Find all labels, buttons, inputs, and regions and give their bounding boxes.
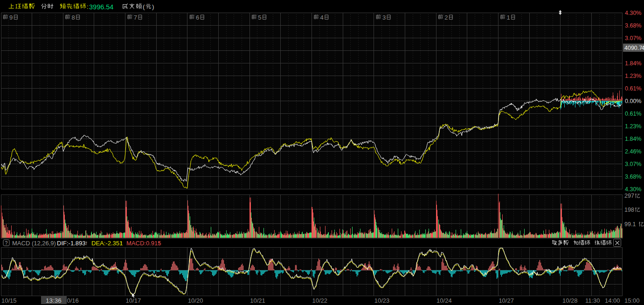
svg-text:11:30: 11:30 <box>585 297 600 304</box>
svg-text:15:00: 15:00 <box>624 297 640 304</box>
svg-text:2.46%: 2.46% <box>625 148 641 155</box>
svg-text:↑: ↑ <box>120 239 123 246</box>
svg-text:10/22: 10/22 <box>312 297 328 304</box>
svg-text:9: 9 <box>9 14 13 21</box>
svg-text:1.84%: 1.84% <box>625 136 641 142</box>
svg-text:4: 4 <box>320 14 324 21</box>
svg-text:3.07%: 3.07% <box>625 35 641 42</box>
svg-text:1.23%: 1.23% <box>625 73 641 79</box>
svg-text:3996.54: 3996.54 <box>89 3 113 11</box>
svg-text:4090.7: 4090.7 <box>624 45 642 51</box>
svg-text:10/20: 10/20 <box>188 297 203 304</box>
svg-text:MACD (12,26,9): MACD (12,26,9) <box>12 240 56 247</box>
svg-text:?: ? <box>5 240 8 246</box>
svg-text:10/21: 10/21 <box>250 297 265 304</box>
svg-text:3.07%: 3.07% <box>625 161 641 167</box>
svg-text:2: 2 <box>444 14 448 21</box>
svg-text:297: 297 <box>624 193 634 199</box>
svg-text:↑: ↑ <box>85 239 88 246</box>
svg-text:3.68%: 3.68% <box>625 173 641 180</box>
svg-text:1.84%: 1.84% <box>625 60 641 67</box>
svg-text:7: 7 <box>134 14 137 21</box>
svg-text:MACD:0.915: MACD:0.915 <box>126 240 161 247</box>
svg-text:8: 8 <box>71 14 75 21</box>
svg-text:1: 1 <box>507 14 510 21</box>
svg-text:198: 198 <box>624 207 634 213</box>
svg-text:↑: ↑ <box>158 239 161 246</box>
svg-text:0.61%: 0.61% <box>625 85 641 92</box>
svg-text:3.68%: 3.68% <box>625 22 641 29</box>
svg-text:6: 6 <box>196 14 199 21</box>
svg-text:10/17: 10/17 <box>126 297 141 304</box>
svg-text:): ) <box>152 3 154 10</box>
svg-text:DIF:-1.893: DIF:-1.893 <box>57 240 85 247</box>
svg-text:0.61%: 0.61% <box>625 111 641 117</box>
svg-text:10/23: 10/23 <box>374 297 390 304</box>
svg-text:4.30%: 4.30% <box>625 186 641 193</box>
svg-text:DEA:-2.351: DEA:-2.351 <box>91 240 123 247</box>
svg-text:99.1: 99.1 <box>624 221 636 228</box>
svg-text:4.30%: 4.30% <box>625 10 641 16</box>
svg-text:14:00: 14:00 <box>605 297 620 304</box>
svg-text::: : <box>87 3 89 10</box>
svg-text:10/24: 10/24 <box>436 297 452 304</box>
svg-text:10/15: 10/15 <box>1 297 17 304</box>
svg-text:5: 5 <box>258 14 261 21</box>
svg-text:4: 4 <box>642 45 644 51</box>
svg-text:0.00%: 0.00% <box>625 98 641 104</box>
svg-text:10/27: 10/27 <box>499 297 514 304</box>
svg-text:(: ( <box>143 3 145 10</box>
svg-text:13:36: 13:36 <box>46 297 62 304</box>
svg-text:3: 3 <box>382 14 386 21</box>
svg-text:10/28: 10/28 <box>562 297 578 304</box>
svg-text:1.23%: 1.23% <box>625 123 641 130</box>
